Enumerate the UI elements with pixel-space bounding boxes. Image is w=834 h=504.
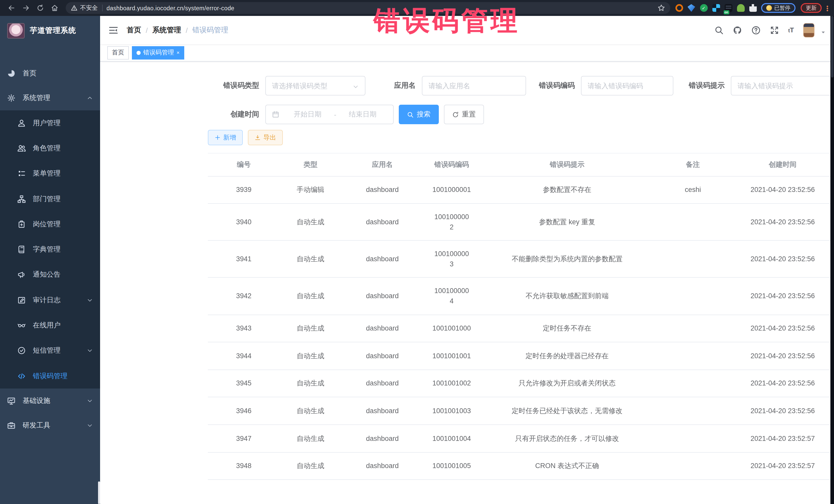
app-name-input[interactable] [429,82,520,90]
cell-id: 3947 [208,425,280,452]
table-row: 3940自动生成dashboard100100000 2参数配置 key 重复2… [208,204,834,241]
app-name-field[interactable] [422,76,526,95]
cell-hint: 定时任务的处理器已经存在 [480,343,654,369]
browser-reload-icon[interactable] [35,2,46,14]
add-button[interactable]: 新增 [208,130,243,145]
sidebar-submenu: 用户管理角色管理菜单管理部门管理岗位管理字典管理通知公告审计日志在线用户短信管理… [0,110,100,389]
help-icon[interactable] [751,25,760,35]
cell-remark: ceshi [654,177,731,203]
sidebar-item-研发工具[interactable]: 研发工具 [0,413,100,438]
sidebar-item-用户管理[interactable]: 用户管理 [0,110,100,136]
not-secure-warning-icon [71,5,78,11]
sidebar-item-在线用户[interactable]: 在线用户 [0,313,100,338]
page-scrollbar[interactable] [830,16,834,504]
extension-icon[interactable] [687,4,695,12]
error-code-field[interactable] [581,76,673,95]
extension-icon[interactable] [675,4,683,12]
cell-id: 3943 [208,315,280,342]
cell-remark [654,288,731,304]
extension-icon[interactable] [737,4,744,12]
search-icon[interactable] [714,25,723,35]
reset-button[interactable]: 重置 [444,105,484,124]
sidebar-item-审计日志[interactable]: 审计日志 [0,287,100,313]
fullscreen-icon[interactable] [770,25,779,35]
cell-code: 1001001003 [423,398,480,424]
breadcrumb-system[interactable]: 系统管理 [152,25,181,35]
browser-home-icon[interactable] [49,2,60,14]
user-avatar[interactable] [803,23,814,37]
view-tab-错误码管理[interactable]: 错误码管理× [132,46,184,59]
table-row: 3939手动编辑dashboard1001000001参数配置不存在ceshi2… [208,176,834,204]
sidebar-item-岗位管理[interactable]: 岗位管理 [0,212,100,237]
cell-remark [654,430,731,447]
start-date-placeholder: 开始日期 [283,110,332,119]
sidebar-item-短信管理[interactable]: 短信管理 [0,338,100,364]
browser-back-icon[interactable] [6,2,17,14]
error-hint-field[interactable] [731,76,832,95]
sidebar-item-角色管理[interactable]: 角色管理 [0,136,100,161]
error-code-input[interactable] [588,82,667,90]
emoji-face-icon [766,5,772,11]
sidebar-item-通知公告[interactable]: 通知公告 [0,262,100,288]
error-hint-input[interactable] [738,82,826,90]
collapse-sidebar-icon[interactable] [108,25,118,35]
extensions-puzzle-icon[interactable] [749,4,757,12]
cell-id: 3941 [208,246,280,272]
cell-remark [654,403,731,419]
cell-hint: 定时任务不存在 [480,315,654,342]
sidebar-item-系统管理[interactable]: 系统管理 [0,86,100,110]
cell-app: dashboard [341,398,423,424]
paused-badge[interactable]: 已暂停 [761,3,795,13]
extension-icon[interactable]: ✓ [700,4,707,12]
github-icon[interactable] [733,25,742,35]
font-size-icon[interactable]: tT [788,27,794,34]
sidebar-logo[interactable]: 芋道管理系统 [0,16,100,45]
cell-app: dashboard [341,283,423,309]
sidebar-item-基础设施[interactable]: 基础设施 [0,389,100,413]
cell-app: dashboard [341,425,423,452]
cell-hint: 只允许修改为开启或者关闭状态 [480,370,654,397]
extension-icon[interactable]: on [724,4,732,12]
error-type-select-input[interactable] [272,82,353,90]
sidebar-item-label: 基础设施 [23,396,50,406]
create-time-range-picker[interactable]: 开始日期 - 结束日期 [265,105,394,124]
avatar-caret-down-icon[interactable] [821,27,826,32]
export-button[interactable]: 导出 [248,130,283,145]
extension-icon[interactable] [712,4,720,12]
sidebar-item-字典管理[interactable]: 字典管理 [0,237,100,262]
sidebar-item-错误码管理[interactable]: 错误码管理 [0,364,100,389]
close-tab-icon[interactable]: × [177,50,180,56]
sidebar-item-label: 在线用户 [33,321,61,330]
update-button-label: 更新 [806,4,816,12]
cell-code: 1001001000 [423,315,480,342]
error-type-select[interactable] [265,76,366,95]
page-content: 错误码类型 应用名 错误码编码 错误码提示 [100,62,834,504]
table-row: 3946自动生成dashboard1001001003定时任务已经处于该状态，无… [208,397,834,425]
app-window: 芋道管理系统 首页系统管理用户管理角色管理菜单管理部门管理岗位管理字典管理通知公… [0,16,834,504]
browser-forward-icon[interactable] [20,2,31,14]
table-header-row: 编号类型应用名错误码编码错误码提示备注创建时间操作 [208,153,834,176]
table-row: 3942自动生成dashboard100100000 4不允许获取敏感配置到前端… [208,278,834,315]
sidebar-item-首页[interactable]: 首页 [0,61,100,86]
breadcrumb-separator: / [186,26,188,34]
cell-time: 2021-04-20 23:52:56 [731,246,834,272]
breadcrumb-home[interactable]: 首页 [127,25,141,35]
update-button[interactable]: 更新 [800,3,822,13]
chevron-up-icon [87,95,93,101]
browser-menu-icon[interactable]: ••• [825,5,830,11]
view-tab-首页[interactable]: 首页 [107,46,129,59]
tab-label: 错误码管理 [143,48,174,57]
calendar-icon [272,111,279,118]
sidebar-item-部门管理[interactable]: 部门管理 [0,186,100,212]
cell-remark [654,251,731,267]
audit-log-icon [18,296,26,304]
cell-time: 2021-04-20 23:52:57 [731,453,834,479]
bookmark-star-icon[interactable] [657,4,665,12]
address-bar[interactable]: 不安全 dashboard.yudao.iocoder.cn/system/er… [66,2,670,14]
address-bar-divider [102,5,103,11]
sidebar-item-菜单管理[interactable]: 菜单管理 [0,161,100,186]
cell-time: 2021-04-20 23:52:57 [731,425,834,452]
cell-code: 100100000 3 [423,241,480,278]
search-button[interactable]: 搜索 [399,105,439,124]
sidebar-scrollbar[interactable] [98,481,100,504]
